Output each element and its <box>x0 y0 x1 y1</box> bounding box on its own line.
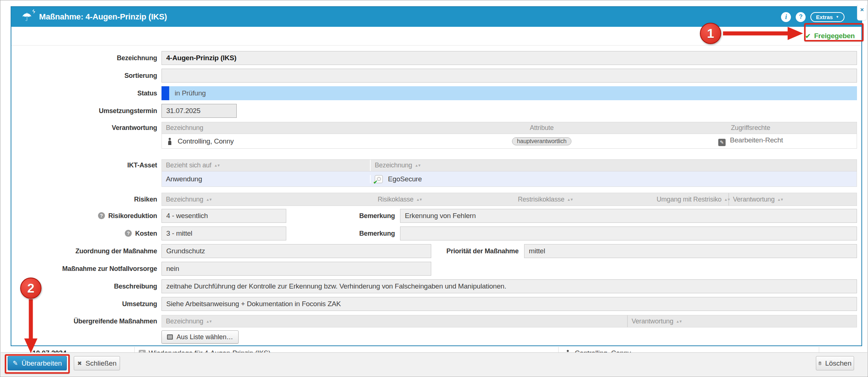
ikt-typ-value: Anwendung <box>166 175 202 183</box>
prioritaet-field[interactable]: mittel <box>524 244 857 258</box>
column-header-attribute[interactable]: Attribute <box>439 122 644 134</box>
bezeichnung-label: Bezeichnung <box>11 51 157 65</box>
schliessen-label: Schließen <box>86 359 117 367</box>
verantwortung-person: Controlling, Conny <box>178 137 234 145</box>
notfallvorsorge-label: Maßnahme zur Notfallvorsorge <box>11 262 157 276</box>
sort-icon: ▲▼ <box>415 163 421 167</box>
umbrella-icon: ☂ ϟ <box>22 11 32 23</box>
application-window: ☂ ϟ Maßnahme: 4-Augen-Prinzip (IKS) i ? … <box>0 0 868 377</box>
sort-icon: ▲▼ <box>206 319 212 323</box>
extras-label: Extras <box>816 14 833 20</box>
column-header-bezieht-sich-auf[interactable]: Bezieht sich auf▲▼ <box>162 160 371 171</box>
column-header-risikoklasse[interactable]: Risikoklasse▲▼ <box>374 193 514 206</box>
column-header-ikt-bezeichnung[interactable]: Bezeichnung▲▼ <box>371 160 857 171</box>
notfallvorsorge-field[interactable]: nein <box>161 262 431 276</box>
bemerkung-label: Bemerkung <box>316 209 395 223</box>
uebergreifend-table-header: Bezeichnung▲▼ Verantwortung▲▼ <box>161 315 857 327</box>
attribute-badge: hauptverantwortlich <box>512 137 572 145</box>
sort-icon: ▲▼ <box>206 197 212 202</box>
titlebar-actions: i ? Extras ▼ <box>781 12 856 22</box>
column-header-ueber-verantwortung[interactable]: Verantwortung▲▼ <box>627 315 857 327</box>
column-header-zugriffsrechte[interactable]: Zugriffsrechte <box>644 122 857 134</box>
column-header-restrisikoklasse[interactable]: Restrisikoklasse▲▼ <box>514 193 653 206</box>
risikoreduktion-field[interactable]: 4 - wesentlich <box>161 209 286 223</box>
dialog-toolbar: ✔ Freigegeben <box>11 27 861 46</box>
ikt-asset-label: IKT-Asset <box>11 159 157 171</box>
verantwortung-label: Verantwortung <box>11 122 157 134</box>
aus-liste-label: Aus Liste wählen… <box>177 333 233 341</box>
annotation-box-freigegeben <box>804 23 864 41</box>
table-row-verantwortung[interactable]: Controlling, Conny hauptverantwortlich ✎… <box>161 134 857 149</box>
dialog-title: Maßnahme: 4-Augen-Prinzip (IKS) <box>39 12 167 22</box>
sort-icon: ▲▼ <box>676 319 682 323</box>
extras-button[interactable]: Extras ▼ <box>810 12 845 22</box>
loeschen-label: Löschen <box>825 359 851 367</box>
status-value: in Prüfung <box>161 86 857 100</box>
chevron-down-icon: ▼ <box>836 15 839 19</box>
help-icon[interactable]: ? <box>796 12 806 22</box>
sortierung-field[interactable] <box>161 69 857 83</box>
column-header-risiko-bezeichnung[interactable]: Bezeichnung▲▼ <box>162 193 374 206</box>
column-header-ueber-bezeichnung[interactable]: Bezeichnung▲▼ <box>162 315 627 327</box>
status-color-block <box>161 86 169 100</box>
massnahme-dialog: ☂ ϟ Maßnahme: 4-Augen-Prinzip (IKS) i ? … <box>11 6 862 346</box>
prioritaet-label: Priorität der Maßnahme <box>440 244 519 258</box>
verantwortung-table-header: Bezeichnung Attribute Zugriffsrechte <box>161 122 857 134</box>
sort-icon: ▲▼ <box>567 197 573 202</box>
annotation-step-1: 1 <box>700 23 721 44</box>
close-x-icon: ✖ <box>77 360 82 367</box>
question-icon[interactable]: ? <box>98 212 105 219</box>
sort-icon: ▲▼ <box>416 197 422 202</box>
bemerkung-label: Bemerkung <box>316 226 395 240</box>
status-label: Status <box>11 86 157 100</box>
zugriffsrecht-value: Bearbeiten-Recht <box>730 136 783 144</box>
loeschen-button[interactable]: Löschen <box>816 356 854 370</box>
bezeichnung-field[interactable]: 4-Augen-Prinzip (IKS) <box>161 51 857 65</box>
schliessen-button[interactable]: ✖ Schließen <box>74 356 120 370</box>
footer-button-bar: ✎ Überarbeiten ✖ Schließen Löschen <box>1 352 867 376</box>
edit-right-icon: ✎ <box>718 139 726 146</box>
zuordnung-label: Zuordnung der Maßnahme <box>11 244 157 258</box>
column-header-umgang-restrisiko[interactable]: Umgang mit Restrisiko▲▼ <box>653 193 724 206</box>
close-icon[interactable]: × <box>857 5 867 21</box>
kosten-label: ?Kosten <box>11 226 157 240</box>
status-field[interactable]: in Prüfung <box>161 86 857 100</box>
kosten-bemerkung-field[interactable] <box>400 226 857 240</box>
dialog-titlebar: ☂ ϟ Maßnahme: 4-Augen-Prinzip (IKS) i ? … <box>11 7 861 27</box>
info-icon[interactable]: i <box>781 12 791 22</box>
risikoreduktion-bemerkung-field[interactable]: Erkennung von Fehlern <box>400 209 857 223</box>
application-icon: ✔ <box>375 175 383 183</box>
ikt-table-header: Bezieht sich auf▲▼ Bezeichnung▲▼ <box>161 159 857 171</box>
umsetzungstermin-field[interactable]: 31.07.2025 <box>161 104 237 118</box>
zuordnung-field[interactable]: Grundschutz <box>161 244 431 258</box>
trash-icon <box>818 360 821 366</box>
annotation-step-2: 2 <box>20 278 41 299</box>
list-icon <box>167 334 173 340</box>
check-icon: ✔ <box>373 179 378 185</box>
beschreibung-field[interactable]: zeitnahe Durchführung der Kontrolle zur … <box>161 279 857 293</box>
annotation-box-ueberarbeiten <box>5 354 70 374</box>
risiken-table-header: Bezeichnung▲▼ Risikoklasse▲▼ Restrisikok… <box>161 193 857 206</box>
ikt-asset-value: EgoSecure <box>388 175 422 183</box>
lightning-icon: ϟ <box>32 8 36 14</box>
sortierung-label: Sortierung <box>11 69 157 83</box>
sort-icon: ▲▼ <box>777 197 783 202</box>
column-header-bezeichnung[interactable]: Bezeichnung <box>162 122 439 134</box>
table-row-ikt-asset[interactable]: Anwendung ✔ EgoSecure <box>161 171 857 187</box>
uebergreifende-label: Übergreifende Maßnahmen <box>11 315 157 327</box>
question-icon[interactable]: ? <box>125 230 132 237</box>
umsetzung-label: Umsetzung <box>11 297 157 311</box>
risikoreduktion-label: ?Risikoreduktion <box>11 209 157 223</box>
column-header-risiko-verantwortung[interactable]: Verantwortung▲▼ <box>729 193 857 206</box>
sort-icon: ▲▼ <box>214 163 220 167</box>
aus-liste-waehlen-button[interactable]: Aus Liste wählen… <box>161 330 239 344</box>
person-icon <box>167 138 172 145</box>
umsetzung-field[interactable]: Siehe Arbeitsanweisung + Dokumentation i… <box>161 297 857 311</box>
kosten-field[interactable]: 3 - mittel <box>161 226 286 240</box>
umsetzungstermin-label: Umsetzungstermin <box>11 104 157 118</box>
risiken-label: Risiken <box>11 193 157 206</box>
